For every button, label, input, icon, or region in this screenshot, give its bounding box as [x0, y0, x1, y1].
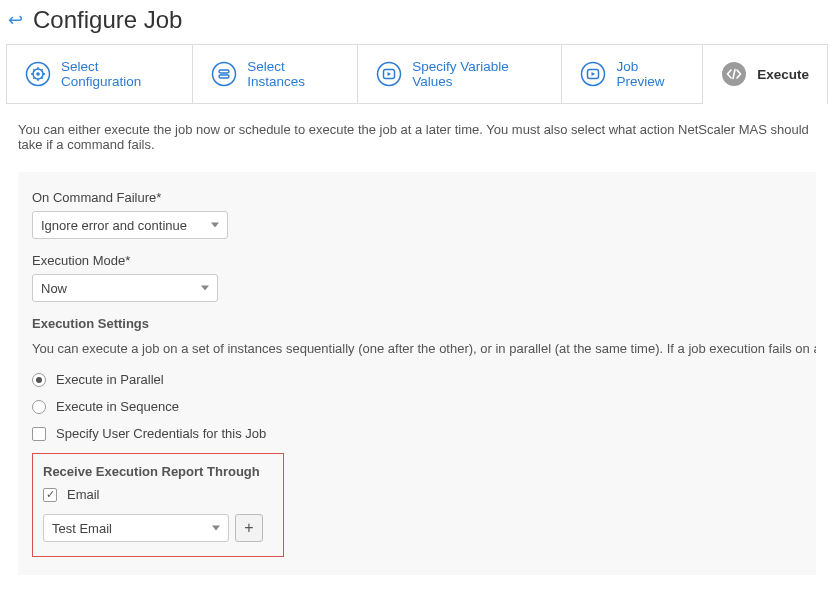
execution-mode-select[interactable]: Now [32, 274, 218, 302]
tab-label: Select Configuration [61, 59, 174, 89]
svg-rect-13 [219, 75, 229, 78]
receive-report-highlight: Receive Execution Report Through Email T… [32, 453, 284, 557]
tab-job-preview[interactable]: Job Preview [562, 45, 703, 104]
select-value: Test Email [52, 521, 112, 536]
specify-credentials-label: Specify User Credentials for this Job [56, 426, 266, 441]
tab-specify-variable-values[interactable]: Specify Variable Values [358, 45, 562, 104]
tab-select-configuration[interactable]: Select Configuration [7, 45, 193, 104]
gear-icon [25, 61, 51, 87]
plus-icon: + [244, 519, 253, 537]
on-command-failure-select[interactable]: Ignore error and continue [32, 211, 228, 239]
execution-settings-heading: Execution Settings [32, 316, 800, 331]
tab-execute[interactable]: Execute [703, 45, 828, 104]
svg-point-2 [36, 72, 40, 76]
form-area: On Command Failure* Ignore error and con… [18, 172, 816, 575]
wizard-tabs: Select Configuration Select Instances Sp… [6, 44, 828, 104]
tab-label: Job Preview [616, 59, 684, 89]
tab-label: Specify Variable Values [412, 59, 543, 89]
svg-line-10 [41, 69, 42, 70]
email-label: Email [67, 487, 100, 502]
tab-select-instances[interactable]: Select Instances [193, 45, 358, 104]
play-icon [376, 61, 402, 87]
execution-mode-label: Execution Mode* [32, 253, 800, 268]
select-value: Ignore error and continue [41, 218, 187, 233]
play-icon [580, 61, 606, 87]
specify-credentials-checkbox[interactable] [32, 427, 46, 441]
execute-parallel-radio[interactable] [32, 373, 46, 387]
svg-rect-12 [219, 70, 229, 73]
select-value: Now [41, 281, 67, 296]
svg-line-8 [41, 77, 42, 78]
receive-report-heading: Receive Execution Report Through [43, 464, 273, 479]
code-icon [721, 61, 747, 87]
email-checkbox[interactable] [43, 488, 57, 502]
svg-line-7 [33, 69, 34, 70]
execute-sequence-label: Execute in Sequence [56, 399, 179, 414]
tab-label: Select Instances [247, 59, 339, 89]
add-email-button[interactable]: + [235, 514, 263, 542]
instances-icon [211, 61, 237, 87]
execute-sequence-radio[interactable] [32, 400, 46, 414]
execute-parallel-label: Execute in Parallel [56, 372, 164, 387]
svg-point-11 [213, 63, 236, 86]
back-arrow-icon[interactable]: ↩ [8, 9, 23, 31]
page-description: You can either execute the job now or sc… [18, 122, 816, 152]
email-profile-select[interactable]: Test Email [43, 514, 229, 542]
svg-line-9 [33, 77, 34, 78]
tab-label: Execute [757, 67, 809, 82]
execution-settings-description: You can execute a job on a set of instan… [32, 341, 800, 356]
page-title: Configure Job [33, 6, 182, 34]
on-command-failure-label: On Command Failure* [32, 190, 800, 205]
